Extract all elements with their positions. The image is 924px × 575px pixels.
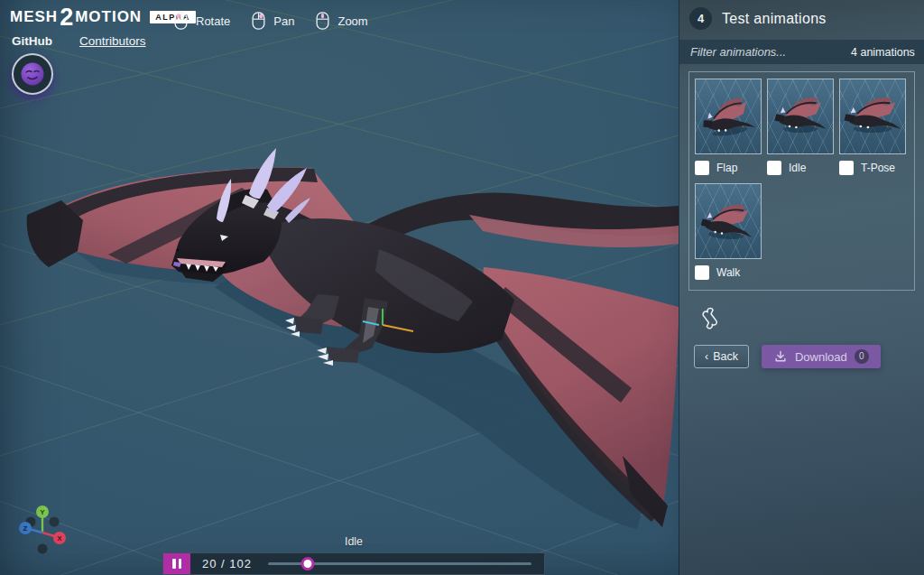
filter-bar: 4 animations (679, 40, 924, 64)
animation-item: Walk (695, 183, 762, 288)
playback-controls: Idle 20 / 102 (162, 535, 545, 575)
skeleton-section (698, 306, 924, 333)
thumbnail-dragon-preview (840, 79, 905, 153)
animation-item: Idle (767, 79, 834, 183)
animation-checkbox[interactable] (839, 161, 854, 175)
mouse-scroll-wheel-icon (316, 12, 329, 30)
animation-select-row: Walk (695, 264, 762, 280)
pause-button[interactable] (163, 553, 190, 574)
animations-sidebar: 4 Test animations 4 animations (679, 0, 924, 575)
svg-text:X: X (57, 534, 62, 543)
timeline-thumb[interactable] (300, 557, 314, 570)
sidebar-actions: ‹ Back Download 0 (694, 345, 924, 368)
step-number-badge: 4 (689, 7, 712, 30)
back-button[interactable]: ‹ Back (694, 345, 749, 368)
animations-panel: Flap Idle (688, 71, 915, 291)
animation-item: T-Pose (839, 79, 906, 183)
viewport-topbar: MESH 2 MOTION ALPHA GitHub Contributors (0, 0, 679, 54)
animation-checkbox[interactable] (695, 265, 709, 280)
animations-grid: Flap Idle (695, 79, 909, 288)
animation-item: Flap (695, 79, 762, 183)
purple-emoji-face-icon (20, 61, 45, 87)
legend-pan: Pan (252, 12, 294, 30)
animation-checkbox[interactable] (767, 161, 781, 175)
sidebar-title: Test animations (722, 11, 827, 27)
animation-select-row: Flap (695, 160, 762, 175)
current-animation-label: Idle (162, 535, 545, 548)
mouse-controls-legend: Rotate Pan (174, 12, 368, 30)
animation-thumbnail[interactable] (695, 183, 762, 259)
animation-label: Flap (716, 162, 737, 174)
download-tray-icon (773, 349, 788, 364)
animation-label: Idle (789, 162, 806, 174)
thumbnail-dragon-preview (696, 184, 761, 258)
bone-icon (698, 306, 722, 329)
animation-checkbox[interactable] (695, 161, 709, 175)
legend-zoom-label: Zoom (337, 14, 367, 28)
sidebar-header: 4 Test animations (679, 0, 924, 37)
download-count-badge: 0 (855, 349, 869, 364)
legend-rotate-label: Rotate (196, 14, 230, 28)
chevron-left-icon: ‹ (705, 350, 708, 363)
download-button-label: Download (795, 350, 847, 364)
mouse-left-button-icon (174, 12, 188, 30)
app-window: Y X Z MESH 2 MOTION ALPHA GitHub Contrib… (0, 0, 924, 575)
legend-rotate: Rotate (174, 12, 230, 30)
mouse-right-button-icon (252, 12, 265, 30)
viewport-3d[interactable]: Y X Z MESH 2 MOTION ALPHA GitHub Contrib… (0, 0, 679, 575)
animations-count: 4 animations (851, 46, 915, 59)
header-links: GitHub Contributors (12, 34, 146, 48)
scene-3d-render: Y X Z (0, 0, 679, 575)
feedback-widget-button[interactable] (12, 53, 53, 95)
filter-animations-input[interactable] (690, 45, 851, 59)
animation-label: Walk (716, 266, 740, 279)
animation-select-row: T-Pose (839, 160, 906, 175)
github-link[interactable]: GitHub (12, 34, 52, 48)
download-button[interactable]: Download 0 (762, 345, 881, 368)
logo-two: 2 (60, 8, 73, 26)
svg-text:Z: Z (23, 524, 28, 533)
frame-counter: 20 / 102 (202, 557, 252, 570)
logo-motion: MOTION (75, 8, 142, 26)
animation-select-row: Idle (767, 160, 834, 175)
timeline-slider[interactable] (268, 552, 531, 575)
legend-zoom: Zoom (316, 12, 367, 30)
app-logo: MESH 2 MOTION ALPHA (10, 8, 196, 26)
thumbnail-dragon-preview (768, 79, 833, 153)
contributors-link[interactable]: Contributors (79, 34, 146, 48)
logo-mesh: MESH (10, 8, 58, 26)
legend-pan-label: Pan (273, 14, 294, 28)
back-button-label: Back (713, 350, 738, 363)
svg-text:Y: Y (40, 508, 45, 516)
playback-bar: 20 / 102 (162, 552, 545, 575)
animation-thumbnail[interactable] (839, 79, 906, 154)
thumbnail-dragon-preview (696, 79, 761, 153)
animation-label: T-Pose (861, 162, 895, 174)
axis-orientation-gizmo-icon[interactable]: Y X Z (19, 505, 66, 554)
animation-thumbnail[interactable] (767, 79, 834, 154)
animation-thumbnail[interactable] (695, 79, 762, 154)
